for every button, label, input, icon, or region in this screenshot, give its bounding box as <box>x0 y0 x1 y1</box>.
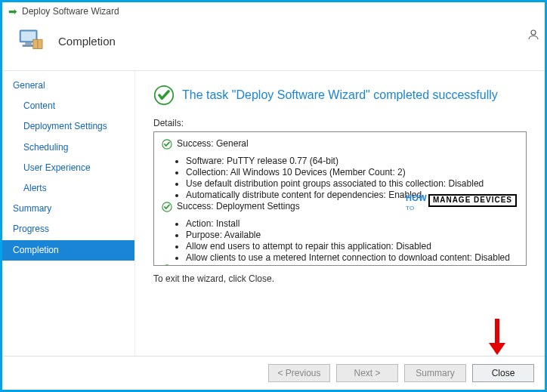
details-group: Success: Application Settings (retrieved… <box>162 264 518 266</box>
check-icon <box>162 139 172 150</box>
sidebar-item-general[interactable]: General <box>2 76 134 96</box>
details-list-item: Software: PuTTY release 0.77 (64-bit) <box>186 156 518 166</box>
sidebar-item-scheduling[interactable]: Scheduling <box>2 137 134 158</box>
sidebar-item-summary[interactable]: Summary <box>2 199 134 219</box>
details-list: Action: InstallPurpose: AvailableAllow e… <box>162 218 518 263</box>
details-list: Software: PuTTY release 0.77 (64-bit)Col… <box>162 156 518 200</box>
wizard-footer: < Previous Next > Summary Close <box>2 356 545 390</box>
page-title: Completion <box>58 35 116 48</box>
wizard-main: The task "Deploy Software Wizard" comple… <box>135 71 545 356</box>
success-check-icon <box>153 85 175 106</box>
details-group-title: Success: Application Settings (retrieved… <box>177 264 479 266</box>
success-heading: The task "Deploy Software Wizard" comple… <box>153 85 527 106</box>
app-arrow-icon: ➡ <box>8 5 17 17</box>
success-title: The task "Deploy Software Wizard" comple… <box>182 88 498 102</box>
next-button: Next > <box>336 364 398 382</box>
computer-package-icon <box>16 25 48 57</box>
summary-button: Summary <box>404 364 466 382</box>
details-list-item: Allow clients to use a metered Internet … <box>186 252 518 263</box>
exit-hint: To exit the wizard, click Close. <box>153 273 527 284</box>
details-group-title: Success: General <box>177 138 249 149</box>
wizard-window: ➡ Deploy Software Wizard Completion Gene… <box>0 0 547 392</box>
check-icon <box>162 202 172 212</box>
check-icon <box>162 264 172 266</box>
wizard-body: GeneralContentDeployment SettingsSchedul… <box>2 70 545 356</box>
details-group-title: Success: Deployment Settings <box>177 201 300 211</box>
details-label: Details: <box>153 118 527 128</box>
sidebar-item-alerts[interactable]: Alerts <box>2 178 134 199</box>
details-list-item: Allow end users to attempt to repair thi… <box>186 241 518 252</box>
previous-button: < Previous <box>268 364 330 382</box>
sidebar-item-completion[interactable]: Completion <box>2 240 134 261</box>
details-list-item: Collection: All Windows 10 Devices (Memb… <box>186 167 518 177</box>
svg-rect-2 <box>25 42 32 45</box>
details-list-item: Purpose: Available <box>186 230 518 240</box>
details-list-item: Use default distribution point groups as… <box>186 178 518 189</box>
svg-rect-3 <box>23 45 35 47</box>
sidebar-item-user-experience[interactable]: User Experience <box>2 158 134 178</box>
sidebar-item-progress[interactable]: Progress <box>2 219 134 239</box>
close-button[interactable]: Close <box>472 364 534 382</box>
details-list-item: Automatically distribute content for dep… <box>186 190 518 200</box>
window-title: Deploy Software Wizard <box>22 6 119 17</box>
details-group: Success: Deployment Settings <box>162 201 518 212</box>
svg-point-6 <box>531 30 536 35</box>
svg-point-10 <box>162 265 172 266</box>
details-box: HOWMANAGE DEVICES TO Success: GeneralSof… <box>153 131 527 266</box>
wizard-sidebar: GeneralContentDeployment SettingsSchedul… <box>2 71 135 356</box>
titlebar: ➡ Deploy Software Wizard <box>2 2 545 20</box>
sidebar-item-content[interactable]: Content <box>2 96 134 116</box>
details-group: Success: General <box>162 138 518 150</box>
account-icon[interactable] <box>527 28 540 42</box>
wizard-header: Completion <box>2 20 545 70</box>
sidebar-item-deployment-settings[interactable]: Deployment Settings <box>2 116 134 137</box>
details-list-item: Action: Install <box>186 218 518 229</box>
